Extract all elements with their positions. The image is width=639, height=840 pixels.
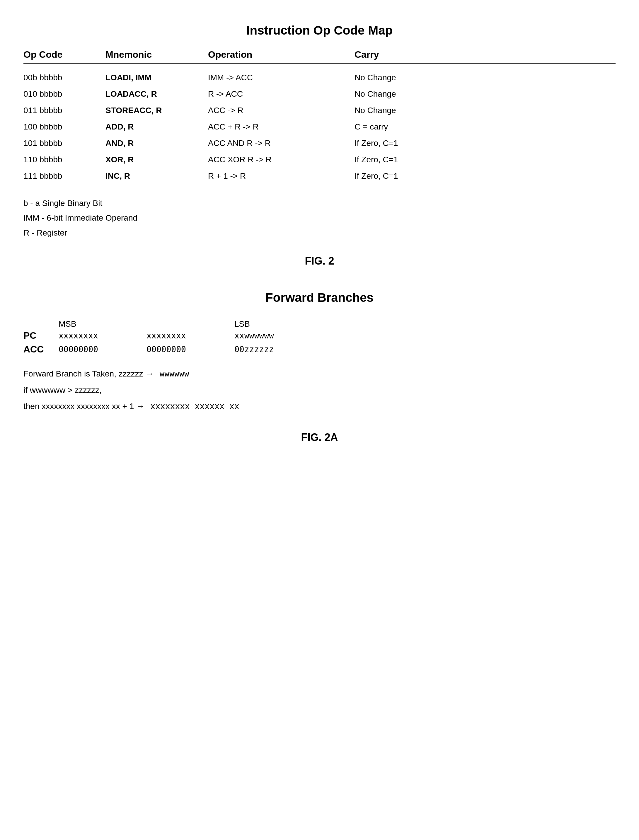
table-row: 110 bbbbb XOR, R ACC XOR R -> R If Zero,… [24,151,615,168]
table-row: 100 bbbbb ADD, R ACC + R -> R C = carry [24,119,615,135]
pc-row: PC xxxxxxxx xxxxxxxx xxwwwwww [24,330,615,341]
operation-cell: ACC AND R -> R [208,138,354,148]
header-operation: Operation [208,49,354,60]
branch-text-right-2: xxxxxxxx xxxxxx xx [150,399,239,414]
mnemonic-cell: LOADI, IMM [105,73,208,83]
acc-row: ACC 00000000 00000000 00zzzzzz [24,344,615,355]
carry-cell: If Zero, C=1 [354,171,457,181]
mnemonic-cell: INC, R [105,171,208,181]
pc-val-1: xxxxxxxx [146,331,234,340]
section2-title: Forward Branches [24,291,615,305]
table-body: 00b bbbbb LOADI, IMM IMM -> ACC No Chang… [24,70,615,184]
opcode-cell: 100 bbbbb [24,122,105,132]
table-row: 011 bbbbb STOREACC, R ACC -> R No Change [24,102,615,119]
mnemonic-cell: STOREACC, R [105,106,208,115]
opcode-cell: 111 bbbbb [24,171,105,181]
opcode-table: Op Code Mnemonic Operation Carry 00b bbb… [24,49,615,184]
opcode-cell: 110 bbbbb [24,155,105,164]
branch-diagram: MSB LSB PC xxxxxxxx xxxxxxxx xxwwwwww AC… [24,319,615,414]
operation-cell: R -> ACC [208,89,354,99]
carry-cell: If Zero, C=1 [354,138,457,148]
operation-cell: ACC -> R [208,106,354,115]
legend-item-3: R - Register [24,225,615,240]
mnemonic-cell: AND, R [105,138,208,148]
acc-label: ACC [24,344,59,355]
pc-val-0: xxxxxxxx [59,331,146,340]
legend: b - a Single Binary Bit IMM - 6-bit Imme… [24,196,615,240]
operation-cell: ACC XOR R -> R [208,155,354,164]
legend-item-2: IMM - 6-bit Immediate Operand [24,211,615,225]
mnemonic-cell: LOADACC, R [105,89,208,99]
opcode-cell: 101 bbbbb [24,138,105,148]
branch-text-row-2: then xxxxxxxx xxxxxxxx xx + 1 → xxxxxxxx… [24,399,615,414]
mnemonic-cell: ADD, R [105,122,208,132]
branch-text-left-1: if wwwwww > zzzzzz, [24,383,102,398]
lsb-label: LSB [234,319,322,329]
carry-cell: No Change [354,106,457,115]
carry-cell: No Change [354,89,457,99]
page-title: Instruction Op Code Map [24,24,615,38]
branch-text-left-2: then xxxxxxxx xxxxxxxx xx + 1 → [24,399,145,414]
pc-label: PC [24,330,59,341]
operation-cell: R + 1 -> R [208,171,354,181]
table-header: Op Code Mnemonic Operation Carry [24,49,615,64]
header-mnemonic: Mnemonic [105,49,208,60]
table-row: 00b bbbbb LOADI, IMM IMM -> ACC No Chang… [24,70,615,86]
branch-text-row-0: Forward Branch is Taken, zzzzzz → wwwwww [24,367,615,381]
table-row: 010 bbbbb LOADACC, R R -> ACC No Change [24,86,615,102]
opcode-cell: 00b bbbbb [24,73,105,83]
acc-val-1: 00000000 [146,345,234,354]
opcode-cell: 010 bbbbb [24,89,105,99]
mnemonic-cell: XOR, R [105,155,208,164]
acc-val-0: 00000000 [59,345,146,354]
acc-val-2: 00zzzzzz [234,345,322,354]
fig2-label: FIG. 2 [24,255,615,267]
carry-cell: If Zero, C=1 [354,155,457,164]
branch-text: Forward Branch is Taken, zzzzzz → wwwwww… [24,367,615,414]
branch-text-left-0: Forward Branch is Taken, zzzzzz → [24,367,154,381]
operation-cell: IMM -> ACC [208,73,354,83]
header-opcode: Op Code [24,49,105,60]
carry-cell: C = carry [354,122,457,132]
branch-text-row-1: if wwwwww > zzzzzz, [24,383,615,398]
opcode-cell: 011 bbbbb [24,106,105,115]
branch-header-row: MSB LSB [24,319,615,329]
fig2a-label: FIG. 2A [24,431,615,444]
msb-label: MSB [59,319,146,329]
pc-val-2: xxwwwwww [234,331,322,340]
branch-text-right-0: wwwwww [160,367,189,381]
table-row: 101 bbbbb AND, R ACC AND R -> R If Zero,… [24,135,615,151]
table-row: 111 bbbbb INC, R R + 1 -> R If Zero, C=1 [24,168,615,184]
header-carry: Carry [354,49,457,60]
operation-cell: ACC + R -> R [208,122,354,132]
carry-cell: No Change [354,73,457,83]
legend-item-1: b - a Single Binary Bit [24,196,615,211]
